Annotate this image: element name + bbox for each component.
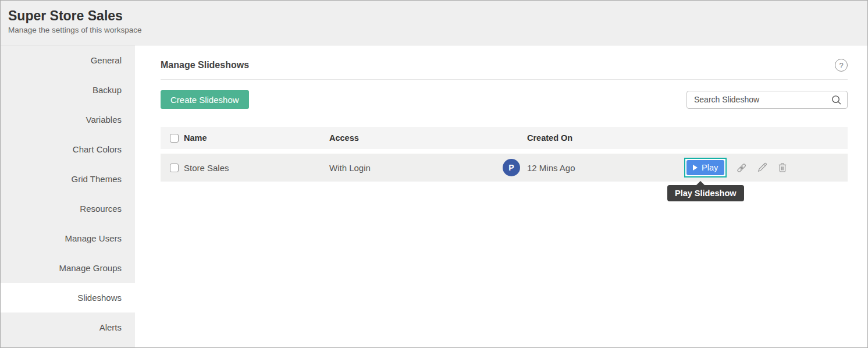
sidebar-item-general[interactable]: General	[1, 45, 135, 75]
sidebar-item-variables[interactable]: Variables	[1, 105, 135, 134]
tooltip-text: Play Slideshow	[675, 189, 737, 198]
create-slideshow-button[interactable]: Create Slideshow	[161, 90, 249, 109]
slideshow-name: Store Sales	[184, 163, 329, 173]
page-title: Manage Slideshows	[161, 60, 249, 70]
sidebar-item-chart-colors[interactable]: Chart Colors	[1, 134, 135, 164]
slideshow-access: With Login	[329, 163, 503, 173]
play-button-highlight: Play	[684, 158, 727, 177]
play-button-label: Play	[702, 163, 718, 172]
play-button[interactable]: Play	[686, 160, 724, 175]
search-input[interactable]	[686, 91, 848, 109]
search-icon[interactable]	[831, 94, 842, 108]
row-actions: Play	[684, 158, 788, 177]
copy-link-icon[interactable]	[735, 162, 748, 174]
column-header-name: Name	[184, 133, 329, 143]
sidebar-item-slideshows[interactable]: Slideshows	[1, 283, 135, 313]
table-row[interactable]: Store Sales With Login P 12 Mins Ago Pla…	[161, 154, 848, 182]
toolbar: Create Slideshow	[161, 90, 848, 109]
sidebar-item-backup[interactable]: Backup	[1, 75, 135, 105]
table-header-row: Name Access Created On	[161, 127, 848, 149]
sidebar-item-manage-users[interactable]: Manage Users	[1, 223, 135, 253]
delete-icon[interactable]	[777, 162, 788, 173]
play-icon	[693, 165, 698, 171]
edit-icon[interactable]	[756, 162, 768, 173]
row-checkbox[interactable]	[170, 164, 179, 172]
sidebar-item-manage-groups[interactable]: Manage Groups	[1, 253, 135, 283]
sidebar-item-resources[interactable]: Resources	[1, 194, 135, 223]
workspace-subtitle: Manage the settings of this workspace	[8, 26, 867, 34]
play-slideshow-tooltip: Play Slideshow	[667, 185, 744, 201]
search-box	[686, 91, 848, 109]
column-header-created-on: Created On	[503, 133, 848, 143]
workspace-header: Super Store Sales Manage the settings of…	[1, 1, 867, 45]
created-on-cell: P 12 Mins Ago	[503, 159, 848, 176]
workspace-settings-window: Super Store Sales Manage the settings of…	[0, 0, 868, 348]
created-on-text: 12 Mins Ago	[527, 163, 575, 173]
select-all-checkbox[interactable]	[170, 134, 179, 143]
sidebar-item-grid-themes[interactable]: Grid Themes	[1, 164, 135, 194]
panel-heading-row: Manage Slideshows ?	[161, 45, 848, 80]
sidebar-item-alerts[interactable]: Alerts	[1, 313, 135, 342]
slideshows-panel: Manage Slideshows ? Create Slideshow	[135, 45, 867, 347]
slideshows-table: Name Access Created On Store Sales With …	[161, 127, 848, 182]
workspace-title: Super Store Sales	[8, 8, 867, 24]
tooltip-arrow	[696, 181, 705, 186]
settings-sidebar: General Backup Variables Chart Colors Gr…	[1, 45, 135, 347]
help-icon[interactable]: ?	[835, 59, 848, 72]
column-header-access: Access	[329, 133, 503, 143]
avatar: P	[503, 159, 520, 176]
